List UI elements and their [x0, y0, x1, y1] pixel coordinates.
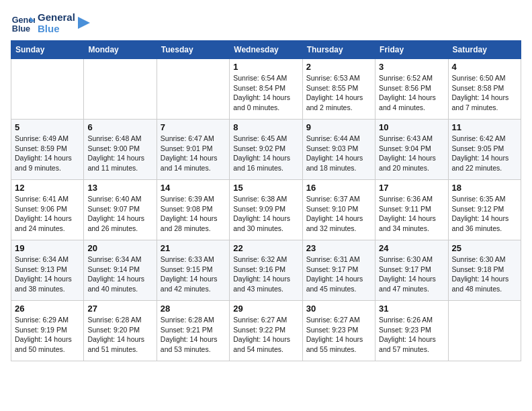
day-info: Sunrise: 6:26 AMSunset: 9:23 PMDaylight:…: [379, 315, 444, 355]
day-info: Sunrise: 6:44 AMSunset: 9:03 PMDaylight:…: [306, 134, 371, 173]
day-number: 29: [233, 304, 298, 314]
calendar-cell: 2Sunrise: 6:53 AMSunset: 8:55 PMDaylight…: [302, 59, 375, 120]
day-info: Sunrise: 6:40 AMSunset: 9:07 PMDaylight:…: [87, 194, 152, 234]
calendar-cell: 3Sunrise: 6:52 AMSunset: 8:56 PMDaylight…: [375, 59, 448, 120]
day-info: Sunrise: 6:42 AMSunset: 9:05 PMDaylight:…: [452, 134, 517, 173]
day-number: 17: [379, 183, 444, 193]
day-info: Sunrise: 6:35 AMSunset: 9:12 PMDaylight:…: [452, 194, 517, 234]
day-info: Sunrise: 6:29 AMSunset: 9:19 PMDaylight:…: [15, 315, 80, 355]
logo-general: General: [38, 11, 75, 23]
day-info: Sunrise: 6:54 AMSunset: 8:54 PMDaylight:…: [233, 73, 298, 113]
day-number: 12: [15, 183, 80, 193]
calendar-cell: 16Sunrise: 6:37 AMSunset: 9:10 PMDayligh…: [302, 180, 375, 240]
calendar-cell: 21Sunrise: 6:33 AMSunset: 9:15 PMDayligh…: [157, 240, 229, 301]
day-number: 7: [161, 122, 226, 132]
day-number: 14: [161, 183, 226, 193]
calendar-cell: 18Sunrise: 6:35 AMSunset: 9:12 PMDayligh…: [448, 180, 521, 240]
day-number: 13: [87, 183, 152, 193]
day-number: 23: [306, 243, 371, 253]
day-info: Sunrise: 6:48 AMSunset: 9:00 PMDaylight:…: [87, 134, 152, 173]
day-number: 24: [379, 243, 444, 253]
calendar-cell: [11, 59, 84, 120]
calendar-cell: 11Sunrise: 6:42 AMSunset: 9:05 PMDayligh…: [448, 120, 521, 180]
logo-icon: General Blue: [11, 11, 35, 35]
calendar-week-1: 1Sunrise: 6:54 AMSunset: 8:54 PMDaylight…: [11, 59, 521, 120]
calendar-cell: 9Sunrise: 6:44 AMSunset: 9:03 PMDaylight…: [302, 120, 375, 180]
day-info: Sunrise: 6:45 AMSunset: 9:02 PMDaylight:…: [233, 134, 298, 173]
day-number: 11: [452, 122, 517, 132]
day-number: 30: [306, 304, 371, 314]
calendar-cell: 24Sunrise: 6:30 AMSunset: 9:17 PMDayligh…: [375, 240, 448, 301]
day-number: 27: [87, 304, 152, 314]
day-number: 16: [306, 183, 371, 193]
day-number: 4: [452, 62, 517, 72]
page-header: General Blue General Blue: [11, 11, 521, 35]
calendar-cell: 26Sunrise: 6:29 AMSunset: 9:19 PMDayligh…: [11, 301, 84, 361]
day-number: 25: [452, 243, 517, 253]
calendar-cell: 17Sunrise: 6:36 AMSunset: 9:11 PMDayligh…: [375, 180, 448, 240]
day-number: 5: [15, 122, 80, 132]
calendar-cell: 5Sunrise: 6:49 AMSunset: 8:59 PMDaylight…: [11, 120, 84, 180]
day-number: 10: [379, 122, 444, 132]
calendar-cell: [448, 301, 521, 361]
calendar-cell: 15Sunrise: 6:38 AMSunset: 9:09 PMDayligh…: [230, 180, 302, 240]
weekday-header-tuesday: Tuesday: [157, 41, 229, 59]
logo-arrow-icon: [78, 17, 90, 29]
day-info: Sunrise: 6:34 AMSunset: 9:13 PMDaylight:…: [15, 255, 80, 294]
calendar-cell: 23Sunrise: 6:31 AMSunset: 9:17 PMDayligh…: [302, 240, 375, 301]
calendar-cell: 12Sunrise: 6:41 AMSunset: 9:06 PMDayligh…: [11, 180, 84, 240]
calendar-cell: 4Sunrise: 6:50 AMSunset: 8:58 PMDaylight…: [448, 59, 521, 120]
day-info: Sunrise: 6:52 AMSunset: 8:56 PMDaylight:…: [379, 73, 444, 113]
day-number: 8: [233, 122, 298, 132]
day-info: Sunrise: 6:39 AMSunset: 9:08 PMDaylight:…: [161, 194, 226, 234]
day-info: Sunrise: 6:53 AMSunset: 8:55 PMDaylight:…: [306, 73, 371, 113]
day-info: Sunrise: 6:50 AMSunset: 8:58 PMDaylight:…: [452, 73, 517, 113]
day-info: Sunrise: 6:34 AMSunset: 9:14 PMDaylight:…: [87, 255, 152, 294]
day-info: Sunrise: 6:32 AMSunset: 9:16 PMDaylight:…: [233, 255, 298, 294]
calendar-cell: [84, 59, 157, 120]
calendar-cell: 6Sunrise: 6:48 AMSunset: 9:00 PMDaylight…: [84, 120, 157, 180]
day-number: 9: [306, 122, 371, 132]
calendar-cell: 31Sunrise: 6:26 AMSunset: 9:23 PMDayligh…: [375, 301, 448, 361]
calendar-cell: 22Sunrise: 6:32 AMSunset: 9:16 PMDayligh…: [230, 240, 302, 301]
weekday-header-thursday: Thursday: [302, 41, 375, 59]
calendar-table: SundayMondayTuesdayWednesdayThursdayFrid…: [11, 40, 521, 361]
weekday-header-wednesday: Wednesday: [230, 41, 302, 59]
calendar-week-5: 26Sunrise: 6:29 AMSunset: 9:19 PMDayligh…: [11, 301, 521, 361]
day-number: 6: [87, 122, 152, 132]
day-info: Sunrise: 6:28 AMSunset: 9:20 PMDaylight:…: [87, 315, 152, 355]
day-info: Sunrise: 6:37 AMSunset: 9:10 PMDaylight:…: [306, 194, 371, 234]
day-number: 31: [379, 304, 444, 314]
day-number: 18: [452, 183, 517, 193]
day-info: Sunrise: 6:43 AMSunset: 9:04 PMDaylight:…: [379, 134, 444, 173]
day-info: Sunrise: 6:30 AMSunset: 9:17 PMDaylight:…: [379, 255, 444, 294]
calendar-cell: 7Sunrise: 6:47 AMSunset: 9:01 PMDaylight…: [157, 120, 229, 180]
svg-text:Blue: Blue: [12, 24, 30, 34]
day-number: 2: [306, 62, 371, 72]
day-number: 15: [233, 183, 298, 193]
day-number: 1: [233, 62, 298, 72]
calendar-week-3: 12Sunrise: 6:41 AMSunset: 9:06 PMDayligh…: [11, 180, 521, 240]
day-number: 28: [161, 304, 226, 314]
day-number: 3: [379, 62, 444, 72]
day-info: Sunrise: 6:30 AMSunset: 9:18 PMDaylight:…: [452, 255, 517, 294]
calendar-cell: 14Sunrise: 6:39 AMSunset: 9:08 PMDayligh…: [157, 180, 229, 240]
logo-blue: Blue: [38, 23, 75, 34]
weekday-header-saturday: Saturday: [448, 41, 521, 59]
calendar-cell: 28Sunrise: 6:28 AMSunset: 9:21 PMDayligh…: [157, 301, 229, 361]
calendar-week-2: 5Sunrise: 6:49 AMSunset: 8:59 PMDaylight…: [11, 120, 521, 180]
day-info: Sunrise: 6:31 AMSunset: 9:17 PMDaylight:…: [306, 255, 371, 294]
calendar-week-4: 19Sunrise: 6:34 AMSunset: 9:13 PMDayligh…: [11, 240, 521, 301]
day-info: Sunrise: 6:41 AMSunset: 9:06 PMDaylight:…: [15, 194, 80, 234]
svg-marker-3: [78, 17, 90, 29]
logo: General Blue General Blue: [11, 11, 90, 35]
day-info: Sunrise: 6:36 AMSunset: 9:11 PMDaylight:…: [379, 194, 444, 234]
day-number: 26: [15, 304, 80, 314]
weekday-header-friday: Friday: [375, 41, 448, 59]
calendar-cell: 20Sunrise: 6:34 AMSunset: 9:14 PMDayligh…: [84, 240, 157, 301]
day-number: 20: [87, 243, 152, 253]
calendar-cell: 13Sunrise: 6:40 AMSunset: 9:07 PMDayligh…: [84, 180, 157, 240]
weekday-header-row: SundayMondayTuesdayWednesdayThursdayFrid…: [11, 41, 521, 59]
day-info: Sunrise: 6:49 AMSunset: 8:59 PMDaylight:…: [15, 134, 80, 173]
day-number: 22: [233, 243, 298, 253]
